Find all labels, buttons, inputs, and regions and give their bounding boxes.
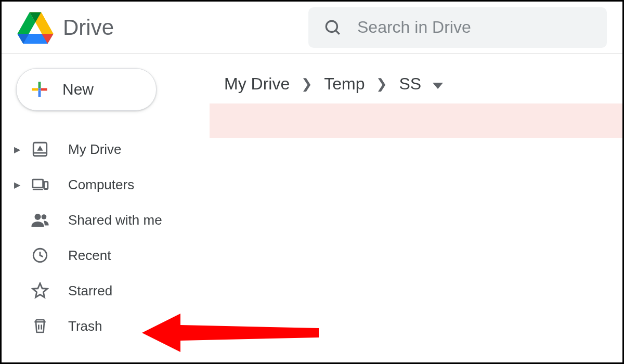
svg-rect-7 [44,181,48,189]
computers-icon [31,175,49,194]
svg-point-0 [326,21,337,32]
content: New ▶ My Drive ▶ [2,54,622,362]
nav-label: Trash [68,318,102,334]
sidebar-item-my-drive[interactable]: ▶ My Drive [11,132,200,167]
breadcrumb-item-root[interactable]: My Drive [224,74,290,94]
sidebar: New ▶ My Drive ▶ [2,54,210,362]
nav-list: ▶ My Drive ▶ [11,132,200,344]
logo-section[interactable]: Drive [17,11,308,44]
drive-logo-icon [17,11,54,44]
header: Drive [2,2,622,54]
search-input[interactable] [357,18,591,37]
star-icon [31,281,49,300]
nav-label: Recent [68,248,111,264]
app-title: Drive [63,15,114,40]
main-area: My Drive ❯ Temp ❯ SS [210,54,622,362]
new-button[interactable]: New [16,68,157,111]
svg-rect-5 [33,179,43,188]
plus-icon [28,78,51,101]
chevron-right-icon: ❯ [376,76,387,92]
expand-arrow-icon[interactable]: ▶ [14,145,23,154]
trash-icon [31,317,49,335]
nav-label: Starred [68,283,112,299]
sidebar-item-starred[interactable]: Starred [11,273,200,308]
svg-point-8 [35,214,41,220]
highlight-strip [210,103,622,138]
caret-down-icon[interactable] [433,74,443,94]
breadcrumb: My Drive ❯ Temp ❯ SS [210,68,622,99]
search-bar[interactable] [308,7,607,48]
nav-label: Shared with me [68,212,162,228]
svg-point-9 [42,214,47,219]
sidebar-item-recent[interactable]: Recent [11,238,200,273]
svg-marker-11 [33,283,47,297]
new-button-label: New [62,81,94,98]
chevron-right-icon: ❯ [301,76,313,92]
search-icon [324,19,342,36]
svg-line-1 [336,30,340,34]
sidebar-item-shared[interactable]: Shared with me [11,202,200,238]
sidebar-item-trash[interactable]: Trash [11,308,200,344]
sidebar-item-computers[interactable]: ▶ Computers [11,167,200,202]
breadcrumb-item-folder[interactable]: Temp [324,74,365,94]
nav-label: My Drive [68,141,122,158]
expand-arrow-icon[interactable]: ▶ [14,180,23,190]
recent-icon [31,246,49,265]
my-drive-icon [31,140,49,159]
svg-rect-2 [38,88,41,91]
breadcrumb-item-current[interactable]: SS [399,74,421,94]
nav-label: Computers [68,177,134,193]
shared-icon [31,211,49,229]
